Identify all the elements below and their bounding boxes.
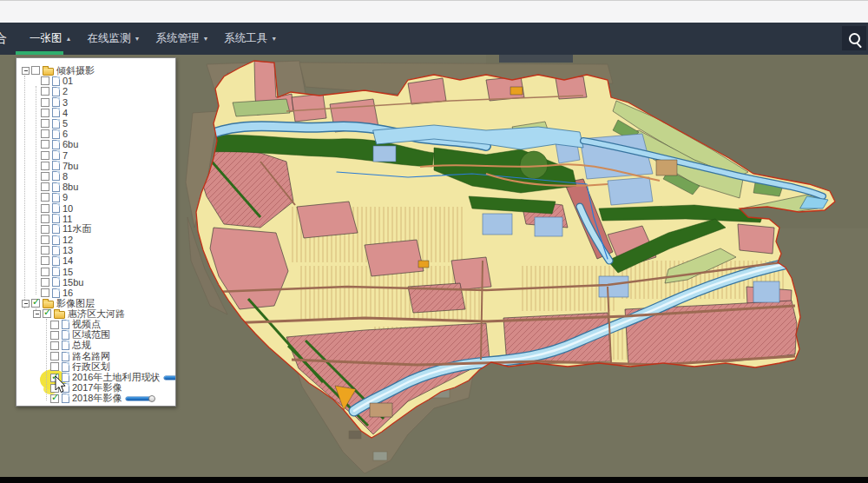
layer-checkbox-unchecked[interactable]: [41, 204, 49, 213]
layer-label[interactable]: 6: [62, 129, 68, 139]
active-tab-underline: [16, 51, 63, 55]
tree-row-13: 13: [16, 245, 175, 255]
nav-item-label: 系统工具: [224, 31, 267, 46]
layer-checkbox-unchecked[interactable]: [41, 119, 49, 128]
nav-item-3[interactable]: 系统管理▼: [148, 23, 216, 55]
collapse-icon[interactable]: [33, 310, 41, 318]
layer-checkbox-checked[interactable]: [31, 299, 40, 308]
document-icon: [52, 161, 60, 170]
nav-menu: 一张图▲在线监测▼系统管理▼系统工具▼: [22, 23, 285, 55]
layer-checkbox-unchecked[interactable]: [41, 182, 49, 191]
layer-label[interactable]: 2: [62, 86, 68, 96]
document-icon: [52, 87, 60, 96]
document-icon: [62, 341, 69, 350]
document-icon: [52, 203, 60, 213]
tree-row-12: 12: [16, 235, 175, 245]
layer-checkbox-unchecked[interactable]: [41, 278, 49, 287]
nav-item-2[interactable]: 在线监测▼: [79, 23, 148, 55]
document-icon: [52, 277, 60, 287]
collapse-icon[interactable]: [22, 67, 30, 75]
layer-checkbox-unchecked[interactable]: [41, 288, 49, 297]
layer-label[interactable]: 14: [62, 255, 73, 266]
main-navbar: 合 一张图▲在线监测▼系统管理▼系统工具▼: [0, 23, 868, 55]
layer-label[interactable]: 7: [62, 150, 68, 161]
nav-item-4[interactable]: 系统工具▼: [216, 23, 285, 55]
document-icon: [52, 224, 60, 234]
nav-item-label: 一张图: [30, 31, 62, 46]
tree-row-15bu: 15bu: [16, 277, 175, 288]
layer-checkbox-unchecked[interactable]: [41, 151, 49, 160]
layer-label[interactable]: 8bu: [62, 182, 78, 192]
tree-row-区域范围: 区域范围: [16, 330, 175, 341]
layer-checkbox-unchecked[interactable]: [50, 352, 59, 361]
layer-checkbox-unchecked[interactable]: [41, 215, 49, 223]
browser-top-strip: [0, 0, 868, 23]
layer-label[interactable]: 15: [62, 267, 73, 277]
layer-label[interactable]: 6bu: [62, 139, 78, 149]
tree-row-8: 8: [16, 171, 175, 182]
layer-checkbox-unchecked[interactable]: [41, 246, 49, 255]
tree-row-14: 14: [16, 255, 175, 266]
layer-checkbox-unchecked[interactable]: [41, 76, 49, 85]
layer-label[interactable]: 12: [62, 235, 73, 245]
layer-label[interactable]: 13: [62, 245, 73, 255]
document-icon: [62, 330, 69, 340]
document-icon: [52, 140, 60, 149]
tree-row-7bu: 7bu: [16, 161, 175, 171]
layer-checkbox-checked[interactable]: [43, 309, 51, 318]
document-icon: [52, 76, 60, 86]
magnifier-icon: [849, 33, 860, 44]
layer-checkbox-unchecked[interactable]: [41, 256, 49, 265]
layer-checkbox-unchecked[interactable]: [50, 362, 59, 371]
layer-label[interactable]: 5: [62, 118, 68, 129]
layer-label[interactable]: 4: [62, 108, 68, 118]
document-icon: [52, 267, 60, 276]
layer-label[interactable]: 2018年影像: [72, 392, 122, 405]
layer-label[interactable]: 15bu: [62, 277, 83, 288]
layer-label[interactable]: 8: [62, 171, 68, 182]
layer-checkbox-unchecked[interactable]: [31, 66, 40, 75]
layer-checkbox-unchecked[interactable]: [41, 225, 49, 234]
layer-checkbox-unchecked[interactable]: [41, 162, 49, 170]
opacity-slider[interactable]: [126, 397, 152, 400]
tree-row-10: 10: [16, 202, 175, 213]
layer-label[interactable]: 7bu: [62, 161, 78, 171]
tree-row-7: 7: [16, 150, 175, 161]
layer-checkbox-unchecked[interactable]: [41, 235, 49, 244]
layer-label[interactable]: 9: [62, 192, 68, 202]
tree-row-3: 3: [16, 97, 175, 108]
search-button[interactable]: [842, 26, 866, 50]
document-icon: [62, 362, 69, 372]
nav-item-1[interactable]: 一张图▲: [22, 23, 79, 55]
tree-row-2018年影像: 2018年影像: [16, 394, 175, 404]
map-top-artifact: [499, 55, 573, 63]
tree-row-15: 15: [16, 267, 175, 277]
layer-checkbox-unchecked[interactable]: [50, 331, 59, 340]
folder-icon: [54, 311, 65, 319]
layer-checkbox-unchecked[interactable]: [41, 172, 49, 181]
app-logo: 合: [0, 30, 10, 47]
layer-checkbox-unchecked[interactable]: [41, 98, 49, 107]
layer-label[interactable]: 01: [62, 76, 73, 86]
document-icon: [62, 352, 69, 361]
layer-checkbox-unchecked[interactable]: [41, 268, 49, 276]
layer-checkbox-unchecked[interactable]: [50, 341, 59, 350]
tree-row-倾斜摄影: 倾斜摄影: [16, 65, 175, 76]
layer-label[interactable]: 10: [62, 203, 73, 214]
tree-row-9: 9: [16, 192, 175, 202]
tree-row-11: 11: [16, 214, 175, 224]
tree-row-6bu: 6bu: [16, 139, 175, 149]
layer-checkbox-unchecked[interactable]: [41, 87, 49, 96]
document-icon: [52, 97, 60, 107]
chevron-down-icon: ▼: [202, 36, 208, 42]
collapse-icon[interactable]: [22, 300, 30, 308]
opacity-slider[interactable]: [164, 376, 176, 380]
tree-row-8bu: 8bu: [16, 182, 175, 192]
layer-checkbox-unchecked[interactable]: [41, 193, 49, 202]
layer-label[interactable]: 3: [62, 97, 68, 108]
layer-checkbox-unchecked[interactable]: [41, 140, 49, 149]
layer-checkbox-unchecked[interactable]: [50, 321, 59, 329]
layer-checkbox-unchecked[interactable]: [41, 129, 49, 138]
slider-thumb[interactable]: [148, 395, 155, 402]
layer-checkbox-unchecked[interactable]: [41, 109, 49, 117]
